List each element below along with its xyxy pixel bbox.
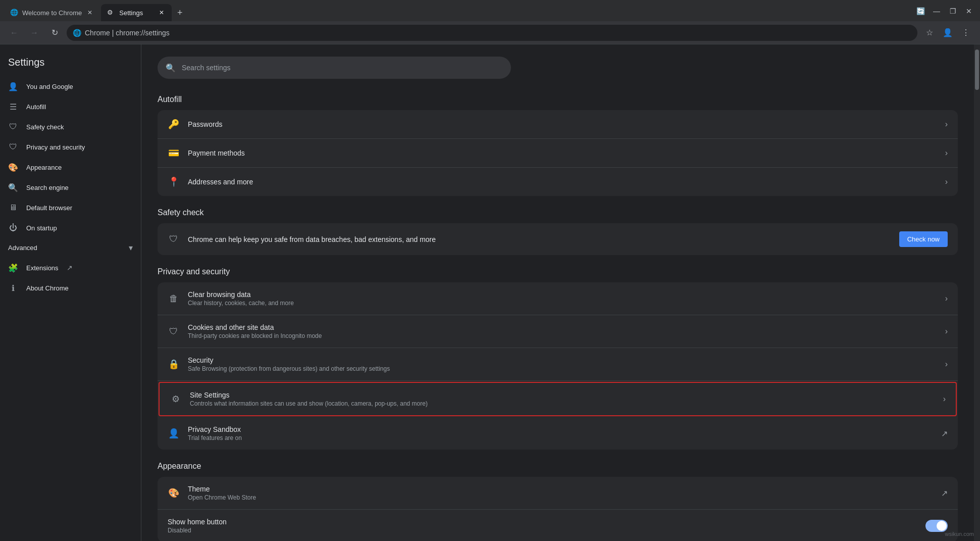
bookmark-button[interactable]: ☆ [921,25,938,41]
clear-browsing-content: Clear browsing data Clear history, cooki… [188,290,937,307]
safety-check-shield-icon: 🛡 [168,233,180,245]
settings-row-privacy-sandbox[interactable]: 👤 Privacy Sandbox Trial features are on … [158,417,958,450]
addresses-title: Addresses and more [188,178,937,186]
sidebar-advanced-header[interactable]: Advanced ▾ [0,238,141,258]
sidebar-item-search-engine[interactable]: 🔍 Search engine [0,177,137,198]
minimize-button[interactable]: — [930,4,944,18]
sidebar-item-you-google[interactable]: 👤 You and Google [0,76,137,96]
sidebar-item-about-chrome[interactable]: ℹ About Chrome [0,278,137,298]
close-button[interactable]: ✕ [962,4,976,18]
sidebar-icon-default-browser: 🖥 [8,203,18,213]
maximize-button[interactable]: ❐ [946,4,960,18]
sidebar-icon-safety-check: 🛡 [8,122,18,132]
address-bar-right: ☆ 👤 ⋮ [921,25,974,41]
sidebar-label-on-startup: On startup [26,224,57,232]
cookies-arrow-icon: › [945,327,948,336]
security-content: Security Safe Browsing (protection from … [188,356,937,372]
sidebar-label-default-browser: Default browser [26,204,72,212]
theme-content: Theme Open Chrome Web Store [188,485,933,501]
addresses-content: Addresses and more [188,178,937,186]
privacy-sandbox-subtitle: Trial features are on [188,434,933,441]
appearance-card: 🎨 Theme Open Chrome Web Store ↗ Show hom… [158,477,958,541]
sidebar-label-about-chrome: About Chrome [26,284,69,292]
search-input[interactable] [182,64,503,72]
privacy-card: 🗑 Clear browsing data Clear history, coo… [158,282,958,450]
url-text: Chrome | chrome://settings [85,29,170,37]
home-button-toggle[interactable] [925,520,948,532]
appearance-section-title: Appearance [158,462,958,471]
addresses-arrow-icon: › [945,177,948,186]
sidebar-item-default-browser[interactable]: 🖥 Default browser [0,198,137,218]
settings-row-passwords[interactable]: 🔑 Passwords › [158,110,958,139]
menu-button[interactable]: ⋮ [958,25,974,41]
window-controls: 🔄 — ❐ ✕ [913,4,976,21]
theme-icon: 🎨 [168,487,180,499]
security-subtitle: Safe Browsing (protection from dangerous… [188,365,937,372]
sidebar-item-safety-check[interactable]: 🛡 Safety check [0,117,137,137]
security-icon: 🔒 [168,358,180,370]
sidebar-label-appearance: Appearance [26,164,62,171]
url-origin: Chrome | chrome://settings [85,29,170,37]
scrollbar-track[interactable] [974,44,980,541]
tab-settings-close[interactable]: ✕ [158,9,166,17]
scrollbar-thumb[interactable] [975,50,979,90]
search-icon: 🔍 [166,63,176,73]
content-area: Settings 👤 You and Google ☰ Autofill 🛡 S… [0,44,980,541]
tab-welcome[interactable]: 🌐 Welcome to Chrome ✕ [4,4,100,21]
url-favicon: 🌐 [73,29,81,37]
settings-row-addresses[interactable]: 📍 Addresses and more › [158,168,958,196]
tab-welcome-close[interactable]: ✕ [86,9,94,17]
new-tab-button[interactable]: + [173,6,187,20]
payment-content: Payment methods [188,149,937,157]
sidebar-icon-search-engine: 🔍 [8,182,18,192]
settings-row-site-settings[interactable]: ⚙ Site Settings Controls what informatio… [159,382,957,416]
privacy-sandbox-title: Privacy Sandbox [188,425,933,433]
watermark: wsikun.com [945,531,974,537]
payment-arrow-icon: › [945,149,948,158]
sidebar-item-extensions[interactable]: 🧩 Extensions ↗ [0,258,141,278]
sidebar-item-appearance[interactable]: 🎨 Appearance [0,157,137,177]
passwords-arrow-icon: › [945,120,948,129]
theme-title: Theme [188,485,933,493]
forward-button[interactable]: → [26,25,42,41]
check-now-button[interactable]: Check now [899,231,948,247]
sidebar-title: Settings [0,53,141,76]
tab-settings[interactable]: ⚙ Settings ✕ [101,4,172,21]
settings-row-security[interactable]: 🔒 Security Safe Browsing (protection fro… [158,348,958,381]
sidebar-label-safety-check: Safety check [26,123,64,131]
extensions-external-icon: ↗ [67,264,73,272]
sidebar-icon-autofill: ☰ [8,102,18,112]
safety-check-section-title: Safety check [158,208,958,217]
reload-button[interactable]: ↻ [46,25,63,41]
sidebar-label-extensions: Extensions [26,264,59,272]
security-arrow-icon: › [945,360,948,369]
settings-row-cookies[interactable]: 🛡 Cookies and other site data Third-part… [158,315,958,348]
sidebar-item-on-startup[interactable]: ⏻ On startup [0,218,137,238]
tab-settings-favicon: ⚙ [107,9,115,17]
sidebar-item-privacy-security[interactable]: 🛡 Privacy and security [0,137,137,157]
settings-row-clear-browsing[interactable]: 🗑 Clear browsing data Clear history, coo… [158,282,958,315]
autofill-section-title: Autofill [158,95,958,104]
cookies-content: Cookies and other site data Third-party … [188,323,937,339]
settings-row-home-button[interactable]: Show home button Disabled [158,510,958,541]
clear-browsing-arrow-icon: › [945,294,948,303]
sidebar-item-autofill[interactable]: ☰ Autofill [0,96,137,117]
privacy-sandbox-external-icon: ↗ [941,429,948,438]
tab-settings-title: Settings [119,9,153,17]
site-settings-icon: ⚙ [170,393,182,405]
settings-row-theme[interactable]: 🎨 Theme Open Chrome Web Store ↗ [158,477,958,510]
passwords-content: Passwords [188,120,937,128]
restore-button[interactable]: 🔄 [913,4,927,18]
advanced-chevron-icon: ▾ [129,243,133,253]
settings-row-payment-methods[interactable]: 💳 Payment methods › [158,139,958,168]
safety-check-content: Chrome can help keep you safe from data … [188,235,891,243]
sidebar-icon-privacy-security: 🛡 [8,142,18,152]
home-button-subtitle: Disabled [168,527,917,534]
addresses-icon: 📍 [168,176,180,188]
url-bar[interactable]: 🌐 Chrome | chrome://settings [67,25,917,41]
profile-button[interactable]: 👤 [940,25,956,41]
home-button-content: Show home button Disabled [168,518,917,534]
back-button[interactable]: ← [6,25,22,41]
address-bar: ← → ↻ 🌐 Chrome | chrome://settings ☆ 👤 ⋮ [0,21,980,44]
autofill-card: 🔑 Passwords › 💳 Payment methods › 📍 [158,110,958,196]
